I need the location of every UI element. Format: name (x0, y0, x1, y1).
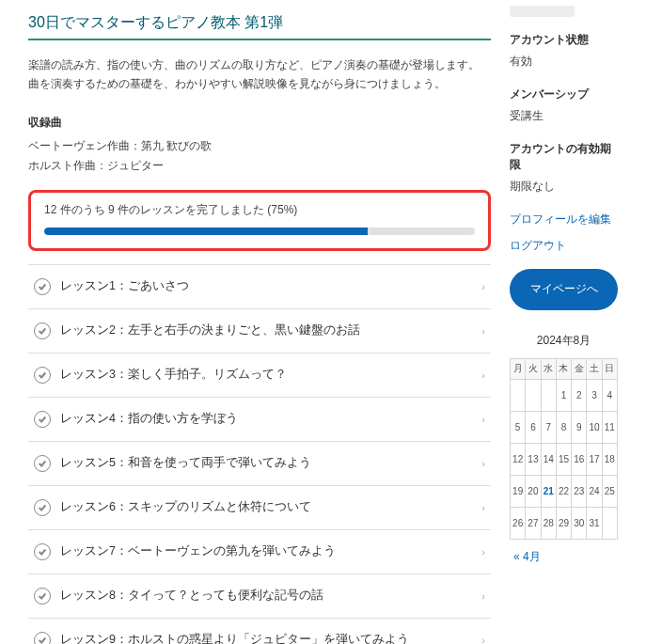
calendar-cell[interactable]: 16 (572, 443, 587, 475)
calendar-cell[interactable]: 21 (541, 475, 556, 507)
chevron-right-icon: › (481, 546, 485, 558)
lesson-label: レッスン6：スキップのリズムと休符について (60, 499, 481, 515)
check-circle-icon (34, 367, 51, 384)
calendar-cell[interactable]: 9 (572, 411, 587, 443)
chevron-right-icon: › (481, 325, 485, 337)
tracklist: 収録曲 ベートーヴェン作曲：第九 歓びの歌ホルスト作曲：ジュピター (28, 115, 491, 177)
calendar-day-head: 木 (556, 358, 571, 379)
lesson-row[interactable]: レッスン2：左手と右手の決まりごと、黒い鍵盤のお話› (28, 309, 491, 353)
calendar-day-head: 金 (572, 358, 587, 379)
calendar-cell (511, 379, 526, 411)
membership-value: 受講生 (510, 106, 618, 130)
calendar: 月火水木金土日 12345678910111213141516171819202… (510, 358, 618, 540)
check-circle-icon (34, 322, 51, 339)
calendar-cell[interactable]: 5 (511, 411, 526, 443)
edit-profile-link[interactable]: プロフィールを編集 (510, 206, 618, 232)
lesson-label: レッスン3：楽しく手拍子。リズムって？ (60, 367, 481, 383)
sidebar-placeholder (510, 6, 575, 17)
calendar-cell[interactable]: 2 (572, 379, 587, 411)
calendar-cell (526, 379, 541, 411)
calendar-cell[interactable]: 4 (602, 379, 617, 411)
lesson-label: レッスン1：ごあいさつ (60, 278, 481, 294)
lesson-label: レッスン7：ベートーヴェンの第九を弾いてみよう (60, 543, 481, 559)
mypage-button[interactable]: マイページへ (510, 269, 618, 310)
chevron-right-icon: › (481, 502, 485, 513)
calendar-prev-link[interactable]: « 4月 (510, 549, 618, 565)
chevron-right-icon: › (481, 590, 485, 602)
check-circle-icon (34, 632, 51, 644)
account-status-value: 有効 (510, 52, 618, 75)
calendar-day-head: 月 (511, 358, 526, 379)
calendar-cell[interactable]: 6 (526, 411, 541, 443)
calendar-cell[interactable]: 24 (587, 475, 602, 507)
check-circle-icon (34, 278, 51, 295)
lesson-label: レッスン4：指の使い方を学ぼう (60, 411, 481, 427)
chevron-right-icon: › (481, 458, 485, 469)
calendar-cell[interactable]: 20 (526, 475, 541, 507)
tracklist-item: ベートーヴェン作曲：第九 歓びの歌 (28, 136, 491, 157)
lesson-row[interactable]: レッスン6：スキップのリズムと休符について› (28, 486, 491, 530)
lesson-row[interactable]: レッスン3：楽しく手拍子。リズムって？› (28, 353, 491, 398)
calendar-cell[interactable]: 28 (541, 507, 556, 539)
calendar-cell[interactable]: 7 (541, 411, 556, 443)
progress-text: 12 件のうち 9 件のレッスンを完了しました (75%) (44, 202, 475, 218)
check-circle-icon (34, 499, 51, 516)
sidebar: アカウント状態 有効 メンバーシップ 受講生 アカウントの有効期限 期限なし プ… (510, 0, 618, 644)
calendar-cell[interactable]: 13 (526, 443, 541, 475)
calendar-cell[interactable]: 11 (602, 411, 617, 443)
lesson-row[interactable]: レッスン4：指の使い方を学ぼう› (28, 398, 491, 442)
calendar-cell (602, 507, 617, 539)
progress-bar (44, 228, 475, 235)
chevron-right-icon: › (481, 414, 485, 425)
lesson-label: レッスン8：タイって？とっても便利な記号の話 (60, 588, 481, 604)
course-description: 楽譜の読み方、指の使い方、曲のリズムの取り方など、ピアノ演奏の基礎が登場します。… (28, 55, 491, 94)
check-circle-icon (34, 588, 51, 605)
calendar-day-head: 火 (526, 358, 541, 379)
check-circle-icon (34, 411, 51, 428)
calendar-day-head: 日 (602, 358, 617, 379)
lesson-label: レッスン2：左手と右手の決まりごと、黒い鍵盤のお話 (60, 322, 481, 338)
calendar-cell[interactable]: 3 (587, 379, 602, 411)
check-circle-icon (34, 543, 51, 560)
calendar-title: 2024年8月 (510, 333, 618, 349)
calendar-cell[interactable]: 18 (602, 443, 617, 475)
calendar-cell[interactable]: 22 (556, 475, 571, 507)
chevron-right-icon: › (481, 281, 485, 292)
chevron-right-icon: › (481, 369, 485, 381)
description-line: 曲を演奏するための基礎を、わかりやすい解説映像を見ながら身につけましょう。 (28, 77, 446, 90)
lesson-list: レッスン1：ごあいさつ›レッスン2：左手と右手の決まりごと、黒い鍵盤のお話›レッ… (28, 264, 491, 644)
chevron-right-icon: › (481, 635, 485, 644)
calendar-cell[interactable]: 23 (572, 475, 587, 507)
calendar-day-head: 水 (541, 358, 556, 379)
lesson-row[interactable]: レッスン7：ベートーヴェンの第九を弾いてみよう› (28, 530, 491, 574)
calendar-cell[interactable]: 1 (556, 379, 571, 411)
lesson-row[interactable]: レッスン9：ホルストの惑星より「ジュピター」を弾いてみよう› (28, 619, 491, 644)
calendar-cell[interactable]: 17 (587, 443, 602, 475)
calendar-cell[interactable]: 31 (587, 507, 602, 539)
tracklist-item: ホルスト作曲：ジュピター (28, 156, 491, 177)
lesson-row[interactable]: レッスン5：和音を使って両手で弾いてみよう› (28, 442, 491, 486)
account-status-label: アカウント状態 (510, 26, 618, 52)
calendar-cell[interactable]: 25 (602, 475, 617, 507)
progress-panel: 12 件のうち 9 件のレッスンを完了しました (75%) (28, 190, 491, 251)
calendar-cell[interactable]: 15 (556, 443, 571, 475)
calendar-cell[interactable]: 12 (511, 443, 526, 475)
calendar-cell[interactable]: 14 (541, 443, 556, 475)
progress-fill (44, 228, 368, 235)
calendar-day-head: 土 (587, 358, 602, 379)
logout-link[interactable]: ログアウト (510, 232, 618, 259)
check-circle-icon (34, 455, 51, 472)
description-line: 楽譜の読み方、指の使い方、曲のリズムの取り方など、ピアノ演奏の基礎が登場します。 (28, 58, 480, 71)
lesson-row[interactable]: レッスン8：タイって？とっても便利な記号の話› (28, 574, 491, 619)
lesson-label: レッスン5：和音を使って両手で弾いてみよう (60, 455, 481, 471)
calendar-cell (541, 379, 556, 411)
calendar-cell[interactable]: 26 (511, 507, 526, 539)
calendar-cell[interactable]: 27 (526, 507, 541, 539)
calendar-cell[interactable]: 10 (587, 411, 602, 443)
lesson-row[interactable]: レッスン1：ごあいさつ› (28, 265, 491, 309)
calendar-cell[interactable]: 8 (556, 411, 571, 443)
calendar-cell[interactable]: 30 (572, 507, 587, 539)
calendar-cell[interactable]: 19 (511, 475, 526, 507)
calendar-cell[interactable]: 29 (556, 507, 571, 539)
validity-label: アカウントの有効期限 (510, 135, 618, 177)
